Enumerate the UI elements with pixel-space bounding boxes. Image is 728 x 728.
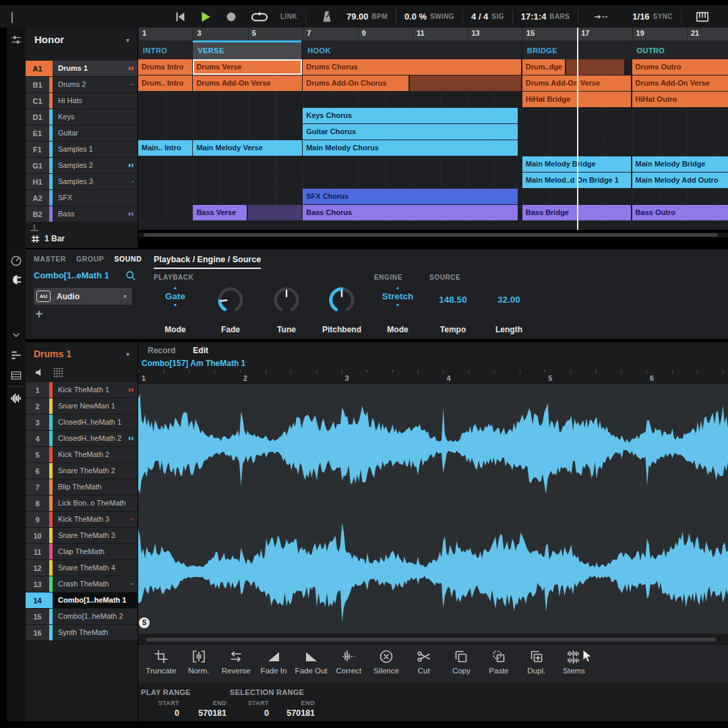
group-badge[interactable]: A2: [26, 190, 49, 206]
duplicate-button[interactable]: Dupl.: [518, 644, 555, 683]
clip-sfx-chorus[interactable]: SFX Chorus: [303, 189, 518, 204]
selected-sound-name[interactable]: Combo[1..eMath 1: [34, 270, 109, 280]
sound-row-6[interactable]: 6Snare TheMath 2: [26, 463, 138, 479]
sound-number[interactable]: 15: [26, 609, 49, 624]
sound-row-1[interactable]: 1Kick TheMath 1▮▮: [26, 382, 138, 398]
selection-range-start[interactable]: START 0: [237, 700, 269, 718]
sound-row-2[interactable]: 2Snare NewMan 1: [26, 398, 138, 415]
sound-number[interactable]: 1: [26, 382, 49, 398]
normalize-button[interactable]: Norm.: [180, 644, 218, 683]
copy-button[interactable]: Copy: [443, 644, 481, 683]
speaker-icon[interactable]: [34, 367, 46, 378]
clip-drums-intro[interactable]: Drums Intro: [138, 59, 192, 75]
group-row-B1[interactable]: B1Drums 2••: [26, 77, 138, 93]
group-badge[interactable]: G1: [26, 158, 49, 173]
group-row-D1[interactable]: D1Keys: [26, 109, 138, 125]
add-plugin-button[interactable]: +: [35, 307, 43, 321]
stretch-mode-stepper[interactable]: ▲ Stretch ▼ Mode: [369, 284, 426, 308]
cut-button[interactable]: Cut: [405, 644, 443, 683]
truncate-button[interactable]: Truncate: [142, 644, 180, 683]
sound-row-7[interactable]: 7Blip TheMath: [26, 479, 138, 495]
keyboard-icon[interactable]: [695, 9, 710, 24]
group-row-A1[interactable]: A1Drums 1▮▮: [26, 61, 138, 77]
reverse-button[interactable]: Reverse: [217, 644, 255, 683]
tab-edit[interactable]: Edit: [193, 346, 208, 355]
group-badge[interactable]: B2: [26, 206, 49, 222]
clip-keys-chorus[interactable]: Keys Chorus: [303, 108, 518, 123]
tab-group[interactable]: GROUP: [76, 255, 104, 263]
sound-row-11[interactable]: 11Clap TheMath: [26, 544, 138, 560]
clip-drum-dge-1[interactable]: Drum..dge 1: [522, 59, 566, 75]
sound-number[interactable]: 10: [26, 528, 49, 543]
clip-main-melody-bridge[interactable]: Main Melody Bridge: [632, 156, 728, 172]
bpm-value[interactable]: 79.00: [346, 11, 369, 22]
bar-ruler[interactable]: 13579111315171921: [138, 28, 728, 40]
clip-muted-region[interactable]: [566, 59, 624, 75]
clip-drums-verse[interactable]: Drums Verse: [193, 59, 301, 75]
group-badge[interactable]: F1: [26, 142, 49, 157]
tab-sound[interactable]: SOUND: [114, 255, 142, 263]
silence-button[interactable]: Silence: [367, 644, 405, 683]
sound-row-10[interactable]: 10Snare TheMath 3: [26, 528, 138, 544]
correct-button[interactable]: Correct: [330, 644, 367, 683]
collapse-chevron-icon[interactable]: [9, 328, 23, 342]
waveform-display[interactable]: [138, 384, 728, 634]
group-row-C1[interactable]: C1Hi Hats: [26, 93, 138, 109]
tab-record[interactable]: Record: [148, 346, 175, 355]
clip-guitar-chorus[interactable]: Guitar Chorus: [303, 124, 518, 140]
clip-bass-verse[interactable]: Bass Verse: [193, 205, 247, 220]
solo-badge[interactable]: S: [139, 617, 150, 628]
sound-row-3[interactable]: 3ClosedH..heMath 1: [26, 415, 138, 431]
pitchbend-knob[interactable]: [326, 284, 357, 315]
group-row-F1[interactable]: F1Samples 1: [26, 142, 138, 158]
chevron-down-icon[interactable]: ▾: [126, 351, 129, 358]
clip-main-melody-verse[interactable]: Main Melody Verse: [193, 140, 301, 156]
project-selector[interactable]: Honor ▾: [26, 28, 138, 52]
sound-row-12[interactable]: 12Snare TheMath 4: [26, 560, 138, 576]
group-badge[interactable]: B1: [26, 77, 49, 92]
chevron-down-icon[interactable]: ▾: [126, 36, 129, 44]
clip-drums-add-on-chorus[interactable]: Drums Add-On Chorus: [303, 75, 408, 91]
stepper-up-icon[interactable]: ▲: [369, 284, 426, 291]
arranger-view-icon[interactable]: [9, 348, 23, 362]
playhead[interactable]: [577, 28, 578, 230]
tune-knob[interactable]: [271, 284, 302, 315]
clip-drums-add-on-verse[interactable]: Drums Add-On Verse: [632, 75, 728, 91]
sound-number[interactable]: 11: [26, 544, 49, 559]
param-page-tab[interactable]: Playback / Engine / Source: [154, 255, 261, 269]
section-verse[interactable]: VERSE: [193, 40, 301, 59]
group-row-B2[interactable]: B2Bass▮▮: [26, 206, 138, 222]
group-badge[interactable]: H1: [26, 174, 49, 189]
stepper-down-icon[interactable]: ▼: [147, 302, 204, 308]
play-range-end[interactable]: END 570181: [185, 700, 226, 718]
sound-number[interactable]: 9: [26, 512, 49, 527]
mixer-icon[interactable]: [9, 33, 23, 47]
clip-main-intro[interactable]: Main.. Intro: [138, 140, 192, 156]
sound-number[interactable]: 16: [26, 625, 49, 640]
sound-number[interactable]: 14: [26, 593, 49, 608]
sound-row-16[interactable]: 16Synth TheMath: [26, 625, 138, 641]
plugin-plug-icon[interactable]: [9, 273, 23, 286]
record-icon[interactable]: [224, 9, 239, 24]
group-badge[interactable]: E1: [26, 125, 49, 141]
clip-muted-region[interactable]: [410, 75, 521, 91]
group-row-A2[interactable]: A2SFX: [26, 190, 138, 206]
clip-drum-intro[interactable]: Drum.. Intro: [138, 75, 192, 91]
clip-bass-outro[interactable]: Bass Outro: [632, 205, 728, 220]
sound-number[interactable]: 4: [26, 431, 49, 446]
clip-muted-region[interactable]: [248, 205, 302, 220]
sound-number[interactable]: 6: [26, 463, 49, 479]
tab-master[interactable]: MASTER: [34, 255, 66, 263]
fade-in-button[interactable]: Fade In: [255, 644, 293, 683]
follow-arrow-icon[interactable]: [592, 9, 609, 24]
bars-value[interactable]: 17:1:4: [521, 11, 547, 22]
group-row-E1[interactable]: E1Guitar: [26, 125, 138, 142]
clip-main-melody-chorus[interactable]: Main Melody Chorus: [303, 140, 518, 156]
stepper-down-icon[interactable]: ▼: [369, 302, 426, 308]
play-icon[interactable]: [198, 9, 213, 24]
fade-out-button[interactable]: Fade Out: [293, 644, 330, 683]
tempo-value[interactable]: 148.50: [425, 295, 481, 305]
sync-value[interactable]: 1/16: [632, 11, 649, 22]
sound-number[interactable]: 2: [26, 398, 49, 414]
stepper-up-icon[interactable]: ▲: [147, 284, 204, 291]
